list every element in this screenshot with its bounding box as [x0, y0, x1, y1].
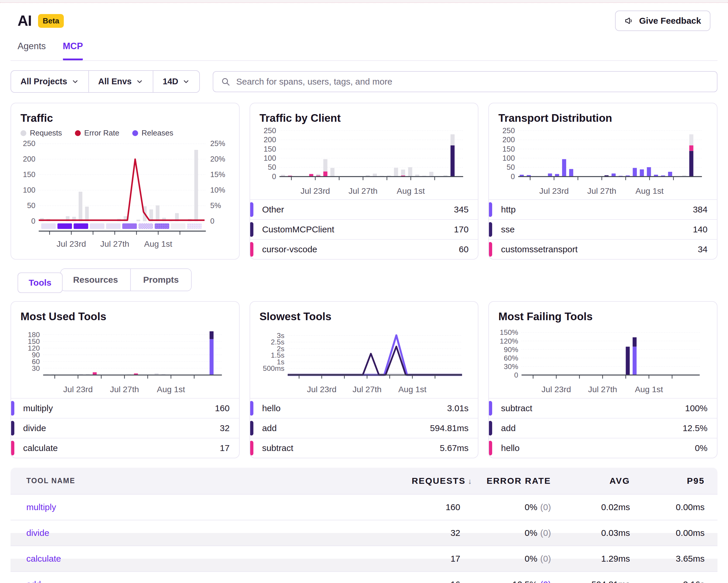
- series-color-chip: [488, 441, 492, 455]
- svg-text:Aug 1st: Aug 1st: [157, 385, 185, 394]
- legend-item-requests[interactable]: Requests: [21, 128, 62, 137]
- column-header-avg[interactable]: Avg: [564, 476, 643, 486]
- series-color-chip: [10, 401, 14, 415]
- p95-cell: 3.16s: [643, 580, 718, 583]
- chevron-down-icon: [182, 78, 190, 85]
- tab-resources[interactable]: Resources: [61, 269, 130, 290]
- legend-dot-icon: [132, 130, 138, 136]
- legend-row-custommcpclient[interactable]: CustomMCPClient170: [250, 219, 479, 239]
- svg-text:3s: 3s: [277, 332, 284, 339]
- legend-row-add[interactable]: add594.81ms: [250, 418, 479, 438]
- slowest-legend-list: hello3.01sadd594.81mssubtract5.67ms: [250, 398, 479, 458]
- series-color-chip: [250, 421, 253, 435]
- give-feedback-button[interactable]: Give Feedback: [615, 10, 710, 31]
- legend-row-hello[interactable]: hello3.01s: [250, 398, 479, 418]
- legend-row-label: subtract: [501, 403, 685, 413]
- svg-text:25%: 25%: [210, 139, 225, 148]
- table-row-multiply[interactable]: multiply1600%(0)0.02ms0.00ms: [10, 494, 718, 520]
- megaphone-icon: [624, 16, 634, 26]
- tab-tools[interactable]: Tools: [18, 273, 62, 293]
- svg-text:50: 50: [268, 163, 276, 171]
- legend-row-hello[interactable]: hello0%: [488, 438, 718, 458]
- legend-row-value: 594.81ms: [430, 423, 469, 433]
- legend-row-subtract[interactable]: subtract5.67ms: [250, 438, 479, 458]
- legend-row-cursor-vscode[interactable]: cursor-vscode60: [250, 239, 479, 259]
- legend-row-add[interactable]: add12.5%: [488, 418, 718, 438]
- column-header-p95[interactable]: P95: [643, 476, 718, 486]
- table-row-add[interactable]: add1612.5%(2)594.81ms3.16s: [10, 571, 718, 583]
- mcp-dashboard-page: AI Beta Give Feedback Agents MCP All Pro…: [0, 3, 728, 583]
- beta-badge: Beta: [38, 14, 64, 28]
- slowest-tools-card: Slowest Tools 500ms1s1.5s2s2.5s3sJul 23r…: [250, 301, 479, 458]
- legend-row-value: 160: [215, 403, 230, 413]
- most-used-tools-chart: 306090120150180Jul 23rdJul 27thAug 1st: [20, 326, 230, 396]
- legend-row-calculate[interactable]: calculate17: [10, 438, 240, 458]
- legend-row-label: customssetransport: [501, 244, 698, 254]
- column-header-requests[interactable]: Requests↓: [412, 476, 473, 486]
- p95-cell: 3.65ms: [643, 554, 718, 564]
- legend-item-error-rate[interactable]: Error Rate: [75, 128, 120, 137]
- tool-name-link[interactable]: divide: [26, 528, 49, 538]
- project-filter-dropdown[interactable]: All Projects: [11, 71, 88, 92]
- tool-name-link[interactable]: calculate: [26, 554, 61, 563]
- svg-text:Jul 27th: Jul 27th: [588, 385, 617, 394]
- error-count: (0): [540, 502, 551, 512]
- date-range-dropdown[interactable]: 14D: [153, 71, 199, 92]
- tool-name-link[interactable]: add: [26, 580, 41, 583]
- section-tabs: Tools Resources Prompts: [10, 269, 718, 293]
- table-row-calculate[interactable]: calculate170%(0)1.29ms3.65ms: [10, 546, 718, 571]
- legend-row-customssetransport[interactable]: customssetransport34: [488, 239, 718, 259]
- svg-text:100: 100: [23, 186, 35, 194]
- legend-row-http[interactable]: http384: [488, 199, 718, 219]
- svg-text:150: 150: [28, 337, 40, 345]
- legend-row-label: http: [501, 205, 693, 214]
- series-color-chip: [488, 401, 492, 415]
- svg-text:Aug 1st: Aug 1st: [398, 385, 426, 394]
- series-color-chip: [250, 242, 253, 257]
- series-color-chip: [250, 441, 253, 455]
- legend-row-label: add: [262, 423, 430, 433]
- p95-cell: 0.00ms: [643, 528, 718, 538]
- transport-distribution-card: Transport Distribution 050100150200250Ju…: [488, 103, 718, 260]
- legend-row-other[interactable]: Other345: [250, 199, 479, 219]
- series-color-chip: [10, 441, 14, 455]
- legend-row-label: hello: [262, 403, 447, 413]
- nav-tabs: Agents MCP: [10, 31, 718, 61]
- sort-desc-icon: ↓: [468, 477, 472, 485]
- legend-row-sse[interactable]: sse140: [488, 219, 718, 239]
- tool-name-link[interactable]: multiply: [26, 502, 56, 512]
- page-header: AI Beta Give Feedback: [10, 3, 718, 31]
- legend-item-releases[interactable]: Releases: [132, 128, 173, 137]
- svg-text:50: 50: [27, 201, 35, 209]
- top-loading-strip: [0, 0, 728, 3]
- column-header-error-rate[interactable]: Error Rate: [473, 476, 564, 486]
- requests-cell: 16: [412, 580, 473, 583]
- legend-row-value: 100%: [685, 403, 707, 413]
- most-failing-tools-chart: 030%60%90%120%150%Jul 23rdJul 27thAug 1s…: [498, 326, 708, 396]
- svg-text:200: 200: [23, 155, 35, 163]
- table-row-divide[interactable]: divide320%(0)0.03ms0.00ms: [10, 520, 718, 546]
- search-input[interactable]: [236, 76, 709, 87]
- legend-row-multiply[interactable]: multiply160: [10, 398, 240, 418]
- error-count[interactable]: (2): [540, 580, 551, 583]
- tab-prompts[interactable]: Prompts: [130, 269, 191, 290]
- card-title: Slowest Tools: [260, 310, 469, 323]
- tab-agents[interactable]: Agents: [18, 41, 46, 60]
- env-filter-dropdown[interactable]: All Envs: [88, 71, 153, 92]
- most-used-tools-card: Most Used Tools 306090120150180Jul 23rdJ…: [10, 301, 240, 458]
- filter-group: All Projects All Envs 14D: [10, 70, 200, 93]
- search-bar[interactable]: [213, 71, 718, 92]
- svg-text:10%: 10%: [210, 186, 225, 194]
- svg-text:250: 250: [502, 127, 515, 135]
- error-count: (0): [540, 528, 551, 538]
- svg-text:Jul 23rd: Jul 23rd: [301, 186, 330, 196]
- column-header-tool-name[interactable]: Tool Name: [10, 477, 412, 485]
- legend-row-divide[interactable]: divide32: [10, 418, 240, 438]
- legend-row-subtract[interactable]: subtract100%: [488, 398, 718, 418]
- tools-cards-row: Most Used Tools 306090120150180Jul 23rdJ…: [10, 301, 718, 458]
- svg-text:120%: 120%: [500, 337, 518, 345]
- legend-row-value: 0%: [695, 443, 707, 453]
- avg-cell: 0.03ms: [564, 528, 643, 538]
- tab-mcp[interactable]: MCP: [63, 41, 83, 60]
- error-count: (0): [540, 554, 551, 563]
